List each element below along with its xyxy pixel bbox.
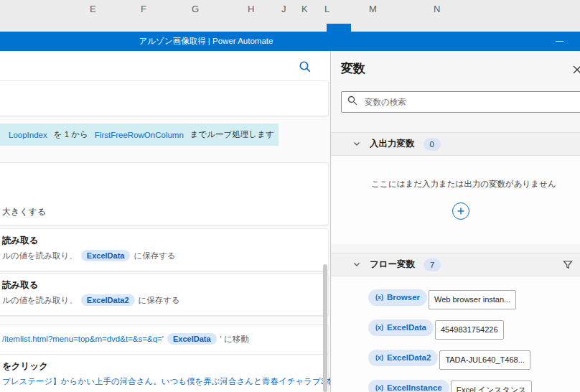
designer-pane: LoopIndex を 1 から FirstFreeRowOnColumn まで…	[0, 51, 330, 392]
excel-column-header: J	[281, 4, 286, 14]
screen: E F G H J K L M N アルゾン画像取得 | Power Autom…	[0, 0, 580, 392]
variable-chip-exceldata[interactable]: ExcelData	[81, 250, 131, 261]
add-variable-button[interactable]	[452, 202, 469, 220]
window-title: アルゾン画像取得 | Power Automate	[139, 36, 273, 47]
variable-name-exceldata2[interactable]: (x) ExcelData2	[368, 350, 438, 366]
filter-icon[interactable]	[563, 260, 573, 273]
variable-name-browser[interactable]: (x) Browser	[368, 289, 427, 306]
window-titlebar: アルゾン画像取得 | Power Automate	[0, 32, 580, 51]
background-spreadsheet-columns: E F G H J K L M N	[0, 0, 580, 32]
loop-text-1: を 1 から	[54, 129, 88, 140]
action-title: 読み取る	[2, 235, 39, 247]
description-text: ルの値を読み取り、	[2, 295, 78, 306]
action-description: 大きくする	[2, 206, 46, 218]
description-text: ルの値を読み取り、	[2, 251, 78, 261]
empty-variables-message: ここにはまだ入力または出力の変数がありません	[331, 179, 580, 190]
minimize-icon	[556, 41, 563, 42]
variable-row: (x) ExcelData 4549831754226	[331, 312, 580, 342]
variable-chip-exceldata[interactable]: ExcelData	[167, 333, 217, 345]
io-variables-section-header[interactable]: 入出力変数 0	[331, 132, 580, 156]
variables-search-box[interactable]	[341, 91, 580, 113]
flow-variables-count-badge: 7	[424, 258, 441, 271]
search-icon[interactable]	[299, 60, 312, 76]
variable-value-input[interactable]: Web browser instan...	[429, 290, 516, 309]
action-card[interactable]	[0, 80, 329, 116]
excel-column-header: M	[369, 4, 377, 14]
variables-panel: 変数 入出力変数 0 ここにはまだ入力または出力の変数がありません	[330, 51, 580, 392]
variable-row: (x) ExcelInstance Excel インスタンス	[331, 373, 580, 392]
variable-chip-exceldata2[interactable]: ExcelData2	[81, 294, 135, 306]
close-icon[interactable]	[572, 65, 580, 76]
excel-column-header: N	[434, 4, 440, 14]
io-variables-empty-state: ここにはまだ入力または出力の変数がありません	[331, 156, 580, 244]
io-variables-label: 入出力変数	[370, 138, 415, 150]
excel-column-header: K	[301, 4, 308, 14]
loop-variable-1[interactable]: LoopIndex	[9, 131, 47, 139]
background-accent-block	[327, 24, 351, 32]
excel-column-header: E	[90, 4, 96, 14]
action-card-click[interactable]: をクリック プレステージ】からかい上手の河合さん。いつも僕を弄ぶ河合さんと青春イ…	[0, 354, 329, 392]
chevron-down-icon[interactable]	[352, 138, 361, 151]
description-text: ' に移動	[220, 334, 249, 345]
minimize-button[interactable]	[547, 32, 571, 51]
canvas-scrollbar[interactable]	[323, 264, 327, 392]
action-card-goto-url[interactable]: /itemlist.html?menu=top&m=dvd&t=&s=&q=' …	[0, 325, 329, 355]
excel-column-header: G	[192, 4, 199, 14]
action-card-read-cell-1[interactable]: 読み取る ルの値を読み取り、 ExcelData に保存する	[0, 228, 329, 271]
description-text: に保存する	[139, 295, 180, 306]
flow-variables-list: (x) Browser Web browser instan... (x) Ex…	[331, 276, 580, 392]
variables-search-input[interactable]	[363, 97, 579, 107]
action-title: 読み取る	[2, 279, 39, 291]
loop-step[interactable]: LoopIndex を 1 から FirstFreeRowOnColumn まで…	[0, 123, 279, 146]
flow-canvas: LoopIndex を 1 から FirstFreeRowOnColumn まで…	[0, 83, 330, 392]
variable-type-icon: (x)	[375, 324, 383, 331]
flow-variables-section-header[interactable]: フロー変数 7	[331, 253, 580, 276]
chevron-down-icon[interactable]	[352, 258, 361, 271]
variable-value-input[interactable]: Excel インスタンス	[451, 381, 533, 392]
designer-toolbar	[0, 51, 330, 83]
description-text: に保存する	[134, 251, 175, 261]
excel-column-header: H	[248, 4, 254, 14]
search-icon	[347, 95, 357, 108]
action-description: ルの値を読み取り、 ExcelData に保存する	[2, 250, 176, 261]
variable-name-exceldata[interactable]: (x) ExcelData	[368, 319, 434, 336]
variables-panel-title: 変数	[341, 60, 365, 77]
variable-value-input[interactable]: 4549831754226	[435, 320, 504, 340]
excel-column-header: F	[141, 4, 146, 14]
variable-value-input[interactable]: TADA-JUL640_T468...	[439, 350, 530, 370]
variable-name-excelinstance[interactable]: (x) ExcelInstance	[368, 380, 449, 392]
variable-type-icon: (x)	[375, 294, 383, 301]
excel-column-header: L	[324, 4, 329, 14]
action-description: /itemlist.html?menu=top&m=dvd&t=&s=&q=' …	[2, 333, 249, 345]
variable-row: (x) Browser Web browser instan...	[331, 282, 580, 312]
action-description: ルの値を読み取り、 ExcelData2 に保存する	[2, 294, 180, 306]
action-card-read-cell-2[interactable]: 読み取る ルの値を読み取り、 ExcelData2 に保存する	[0, 273, 329, 316]
variable-row: (x) ExcelData2 TADA-JUL640_T468...	[331, 342, 580, 373]
url-text: /itemlist.html?menu=top&m=dvd&t=&s=&q='	[2, 335, 164, 343]
loop-variable-2[interactable]: FirstFreeRowOnColumn	[95, 131, 184, 139]
variable-type-icon: (x)	[375, 354, 383, 361]
loop-text-2: までループ処理します	[190, 129, 274, 140]
io-variables-count-badge: 0	[424, 138, 441, 151]
flow-variables-label: フロー変数	[370, 258, 415, 271]
action-card-resize[interactable]: 大きくする	[0, 162, 329, 225]
action-description-link: プレステージ】からかい上手の河合さん。いつも僕を弄ぶ河合さんと青春イチャラブ3本	[2, 376, 334, 387]
action-title: をクリック	[2, 360, 48, 373]
variable-type-icon: (x)	[375, 384, 383, 391]
